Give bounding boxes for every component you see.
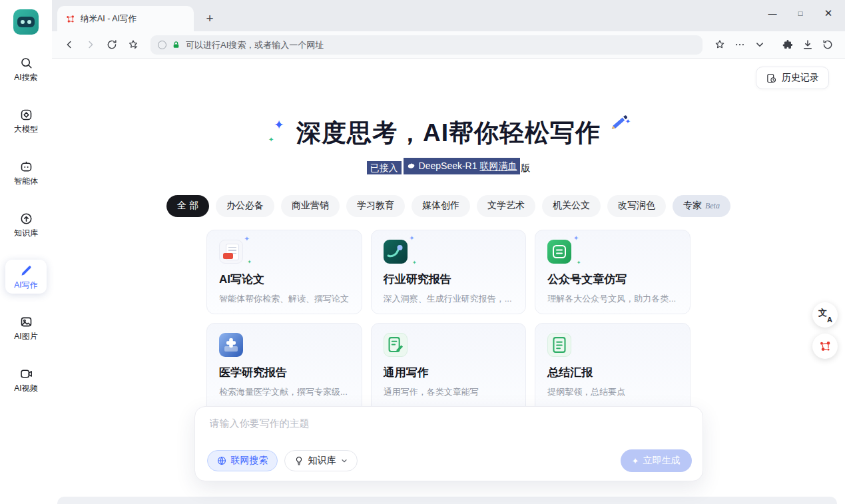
next-section-edge (57, 497, 837, 504)
close-button[interactable]: ✕ (814, 0, 842, 27)
restore-session-icon[interactable] (818, 35, 837, 54)
generate-button[interactable]: ✦ 立即生成 (621, 449, 692, 472)
category-expert[interactable]: 专家Beta (673, 195, 730, 217)
card-desc: 检索海量医学文献，撰写专家级... (219, 386, 350, 398)
sidebar-item-label: AI图片 (14, 332, 37, 341)
category-education[interactable]: 学习教育 (346, 195, 405, 217)
writing-composer: 联网搜索 知识库 ✦ 立即生成 (194, 406, 703, 481)
nano-network-icon (818, 340, 832, 353)
sparkle-icon: ✦ (632, 456, 639, 466)
site-mode-icon[interactable] (158, 41, 166, 49)
category-tabs: 全 部 办公必备 商业营销 学习教育 媒体创作 文学艺术 机关公文 改写润色 专… (52, 195, 845, 217)
sidebar-item-knowledge-base[interactable]: 知识库 (5, 208, 47, 242)
chevron-down-icon[interactable] (750, 35, 769, 54)
sidebar-item-label: 大模型 (14, 125, 38, 134)
composer-toolbar: 联网搜索 知识库 ✦ 立即生成 (207, 449, 692, 472)
browser-window: 纳米AI - AI写作 + — □ ✕ (52, 0, 845, 504)
translate-button[interactable]: 文A (812, 302, 838, 328)
download-icon[interactable] (798, 35, 817, 54)
translate-icon: 文A (818, 308, 832, 322)
browser-tools (778, 35, 837, 54)
chevron-down-icon (340, 457, 348, 465)
back-button[interactable] (60, 35, 79, 54)
sidebar-item-ai-writing[interactable]: AI写作 (5, 260, 47, 294)
sidebar-item-label: AI搜索 (14, 73, 37, 82)
model-icon (19, 108, 33, 122)
sparkle-icon: ✦ ✦ (268, 111, 288, 137)
maximize-button[interactable]: □ (786, 0, 814, 27)
address-actions (710, 35, 769, 54)
agent-icon (19, 160, 33, 174)
template-cards: ✦✦ AI写论文 智能体帮你检索、解读、撰写论文 ✦✦ 行业研究报告 深入洞察、… (206, 230, 691, 423)
badge-suffix: 版 (521, 162, 530, 173)
model-name-badge: DeepSeek-R1 联网满血 (404, 158, 521, 174)
medical-report-icon (219, 333, 243, 357)
sidebar-item-label: AI视频 (14, 384, 37, 393)
sidebar-item-ai-video[interactable]: AI视频 (5, 363, 47, 397)
card-desc: 深入洞察、生成行业研究报告，... (384, 293, 514, 305)
history-clock-icon (766, 73, 777, 84)
secure-lock-icon (172, 41, 180, 49)
model-badge: 已接入DeepSeek-R1 联网满血版 (52, 158, 845, 175)
sidebar-item-label: AI写作 (14, 281, 37, 290)
web-search-label: 联网搜索 (231, 455, 268, 467)
bookmark-edit-icon[interactable] (124, 35, 142, 54)
more-options-icon[interactable] (730, 35, 749, 54)
globe-icon (216, 455, 227, 466)
pencil-emoji-icon: ✦ (609, 113, 629, 132)
nano-assistant-button[interactable] (812, 334, 838, 359)
minimize-button[interactable]: — (758, 0, 786, 27)
category-literature[interactable]: 文学艺术 (477, 195, 535, 217)
category-office[interactable]: 办公必备 (216, 195, 274, 217)
paper-doc-icon: ✦✦ (219, 240, 243, 264)
tab-favicon-nano-icon (65, 14, 75, 24)
knowledge-base-selector[interactable]: 知识库 (284, 450, 358, 471)
image-icon (19, 315, 33, 329)
sidebar-item-large-model[interactable]: 大模型 (5, 104, 47, 138)
connected-badge: 已接入 (367, 161, 402, 174)
browser-tab[interactable]: 纳米AI - AI写作 (57, 6, 194, 31)
new-tab-button[interactable]: + (200, 9, 219, 28)
page-title: ✦ ✦ 深度思考，AI帮你轻松写作 ✦ (296, 119, 601, 148)
browser-toolbar (52, 31, 845, 59)
sidebar-item-label: 智能体 (14, 177, 38, 186)
category-official[interactable]: 机关公文 (542, 195, 601, 217)
history-button[interactable]: 历史记录 (756, 67, 829, 89)
card-wechat-imitation[interactable]: ✦✦ 公众号文章仿写 理解各大公众号文风，助力各类... (535, 230, 691, 314)
tab-strip: 纳米AI - AI写作 + — □ ✕ (52, 0, 845, 31)
web-search-toggle[interactable]: 联网搜索 (207, 450, 278, 471)
category-media[interactable]: 媒体创作 (412, 195, 470, 217)
address-bar[interactable] (150, 35, 703, 55)
sidebar-item-ai-search[interactable]: AI搜索 (5, 52, 47, 86)
card-title: AI写论文 (219, 272, 350, 287)
address-input[interactable] (186, 40, 695, 50)
summary-report-icon (547, 333, 571, 357)
card-industry-report[interactable]: ✦✦ 行业研究报告 深入洞察、生成行业研究报告，... (371, 230, 527, 314)
deepseek-whale-icon (407, 162, 416, 171)
sidebar-item-ai-image[interactable]: AI图片 (5, 311, 47, 345)
card-title: 通用写作 (384, 365, 514, 380)
category-rewrite[interactable]: 改写润色 (607, 195, 666, 217)
sidebar-item-label: 知识库 (14, 229, 38, 238)
history-label: 历史记录 (782, 72, 819, 84)
reload-button[interactable] (103, 35, 121, 54)
category-all[interactable]: 全 部 (166, 195, 209, 217)
tab-title: 纳米AI - AI写作 (81, 13, 137, 25)
category-marketing[interactable]: 商业营销 (281, 195, 340, 217)
video-icon (19, 367, 33, 381)
card-desc: 智能体帮你检索、解读、撰写论文 (219, 293, 350, 305)
page-content: 历史记录 ✦ ✦ 深度思考，AI帮你轻松写作 ✦ 已接入DeepSeek-R1 … (52, 59, 845, 504)
search-icon (19, 56, 33, 70)
card-title: 公众号文章仿写 (547, 272, 678, 287)
card-ai-thesis[interactable]: ✦✦ AI写论文 智能体帮你检索、解读、撰写论文 (206, 230, 362, 314)
wechat-article-icon: ✦✦ (547, 240, 571, 264)
topic-input[interactable] (210, 417, 688, 444)
favorite-star-icon[interactable] (710, 35, 729, 54)
forward-button[interactable] (81, 35, 100, 54)
card-title: 总结汇报 (547, 365, 678, 380)
sidebar-item-agent[interactable]: 智能体 (5, 156, 47, 190)
extensions-puzzle-icon[interactable] (778, 35, 797, 54)
app-logo[interactable] (13, 9, 39, 35)
generate-label: 立即生成 (643, 455, 681, 467)
hero-section: ✦ ✦ 深度思考，AI帮你轻松写作 ✦ 已接入DeepSeek-R1 联网满血版 (52, 119, 845, 175)
